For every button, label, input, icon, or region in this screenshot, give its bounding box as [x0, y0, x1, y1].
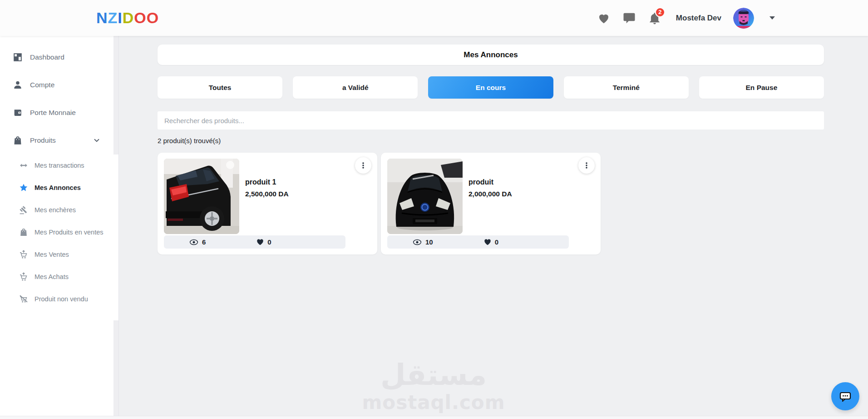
views-stat: 10 [413, 238, 433, 246]
chat-icon [622, 11, 636, 25]
gavel-icon [19, 205, 28, 214]
page-title-card: Mes Annonces [158, 45, 824, 65]
kebab-icon [359, 161, 367, 170]
logo-letter: Z [108, 9, 118, 27]
tab-a-valide[interactable]: a Validé [293, 76, 418, 99]
shopping-bag-icon [13, 135, 23, 145]
cart-up-icon [19, 272, 28, 281]
sidebar-item-label: Mes enchères [35, 206, 76, 214]
product-card[interactable]: produit 2,000,000 DA 10 [381, 153, 601, 254]
product-info: produit 1 2,500,000 DA [245, 178, 289, 198]
cart-up-icon [19, 250, 28, 259]
cart-slash-icon [19, 294, 28, 304]
sidebar-scrollbar-thumb[interactable] [113, 155, 118, 320]
swap-arrows-icon [19, 161, 28, 170]
likes-count: 0 [495, 238, 498, 246]
product-grid: produit 1 2,500,000 DA 6 [158, 153, 824, 254]
horizontal-scrollbar[interactable] [0, 416, 868, 419]
product-image [387, 159, 463, 234]
star-icon [19, 183, 28, 192]
heart-icon [597, 11, 611, 25]
views-count: 10 [425, 238, 433, 246]
car-photo [387, 159, 463, 234]
sidebar-item-dashboard[interactable]: Dashboard [0, 43, 113, 71]
chat-fab-button[interactable] [831, 382, 859, 410]
sidebar-item-mes-achats[interactable]: Mes Achats [0, 265, 113, 288]
sidebar-item-label: Mes transactions [35, 162, 84, 169]
sidebar-item-label: Mes Produits en ventes [35, 229, 104, 236]
product-image [164, 159, 239, 234]
sidebar-item-label: Mes Achats [35, 273, 69, 280]
dashboard-icon [13, 52, 23, 62]
logo-letter: O [147, 9, 159, 27]
sidebar-item-label: Porte Monnaie [30, 109, 76, 117]
logo-letter: O [134, 9, 146, 27]
sidebar-item-mes-ventes[interactable]: Mes Ventes [0, 243, 113, 265]
product-name: produit [469, 178, 512, 186]
person-icon [13, 80, 23, 90]
sidebar-item-produit-non-vendu[interactable]: Produit non vendu [0, 288, 113, 310]
nzidoo-logo[interactable]: NZIDOO [96, 9, 159, 27]
sidebar-item-label: Mes Ventes [35, 251, 69, 258]
search-input[interactable] [158, 111, 824, 130]
top-header: NZIDOO 2 Mostefa Dev [0, 0, 868, 36]
likes-stat: 0 [484, 238, 498, 246]
product-menu-button[interactable] [578, 157, 595, 174]
logo-letter: N [96, 9, 108, 27]
sidebar: Dashboard Compte Porte Monnaie Produits … [0, 36, 113, 416]
product-stats-bar: 6 0 [164, 235, 345, 249]
likes-stat: 0 [256, 238, 271, 246]
product-card[interactable]: produit 1 2,500,000 DA 6 [158, 153, 377, 254]
sidebar-item-mes-annonces[interactable]: Mes Annonces [0, 176, 113, 199]
notification-badge: 2 [655, 7, 665, 17]
product-name: produit 1 [245, 178, 289, 186]
avatar[interactable] [733, 8, 754, 29]
sidebar-item-label: Dashboard [30, 53, 64, 61]
product-info: produit 2,000,000 DA [469, 178, 512, 198]
sidebar-item-mes-encheres[interactable]: Mes enchères [0, 199, 113, 221]
main-content: Mes Annonces Toutes a Validé En cours Te… [119, 36, 868, 416]
product-stats-bar: 10 0 [387, 235, 569, 249]
sidebar-item-produits[interactable]: Produits [0, 126, 113, 154]
avatar-image [733, 8, 754, 29]
tab-en-cours[interactable]: En cours [428, 76, 553, 99]
eye-icon [189, 239, 198, 245]
messages-button[interactable] [622, 11, 636, 25]
kebab-icon [582, 161, 591, 170]
sidebar-item-label: Produit non vendu [35, 295, 88, 303]
favorites-button[interactable] [597, 11, 611, 25]
sidebar-item-label: Mes Annonces [35, 184, 81, 191]
sidebar-item-label: Produits [30, 136, 56, 145]
tab-toutes[interactable]: Toutes [158, 76, 282, 99]
results-count: 2 produit(s) trouvé(s) [158, 137, 824, 145]
suv-photo [164, 159, 239, 234]
wallet-icon [13, 108, 23, 118]
eye-icon [413, 239, 422, 245]
product-price: 2,500,000 DA [245, 190, 289, 198]
sidebar-item-compte[interactable]: Compte [0, 71, 113, 99]
sidebar-item-mes-produits-en-ventes[interactable]: Mes Produits en ventes [0, 221, 113, 243]
notifications-button[interactable]: 2 [648, 11, 661, 25]
sidebar-item-porte-monnaie[interactable]: Porte Monnaie [0, 99, 113, 126]
sidebar-item-label: Compte [30, 81, 54, 89]
chevron-down-icon [93, 136, 101, 145]
user-name[interactable]: Mostefa Dev [676, 14, 721, 23]
chevron-down-icon[interactable] [769, 16, 775, 20]
views-stat: 6 [189, 238, 206, 246]
views-count: 6 [202, 238, 206, 246]
sidebar-item-mes-transactions[interactable]: Mes transactions [0, 154, 113, 176]
product-menu-button[interactable] [355, 157, 371, 174]
bag-icon [19, 228, 28, 237]
sidebar-scrollbar-track [113, 36, 119, 416]
logo-letter: I [118, 9, 122, 27]
tab-termine[interactable]: Terminé [564, 76, 689, 99]
page-title: Mes Annonces [464, 50, 518, 60]
heart-icon [256, 239, 264, 245]
chat-bubble-icon [838, 389, 853, 404]
tab-en-pause[interactable]: En Pause [699, 76, 824, 99]
logo-letter: D [123, 9, 134, 27]
product-price: 2,000,000 DA [469, 190, 512, 198]
status-tabs: Toutes a Validé En cours Terminé En Paus… [158, 76, 824, 99]
heart-icon [484, 239, 491, 245]
likes-count: 0 [267, 238, 271, 246]
